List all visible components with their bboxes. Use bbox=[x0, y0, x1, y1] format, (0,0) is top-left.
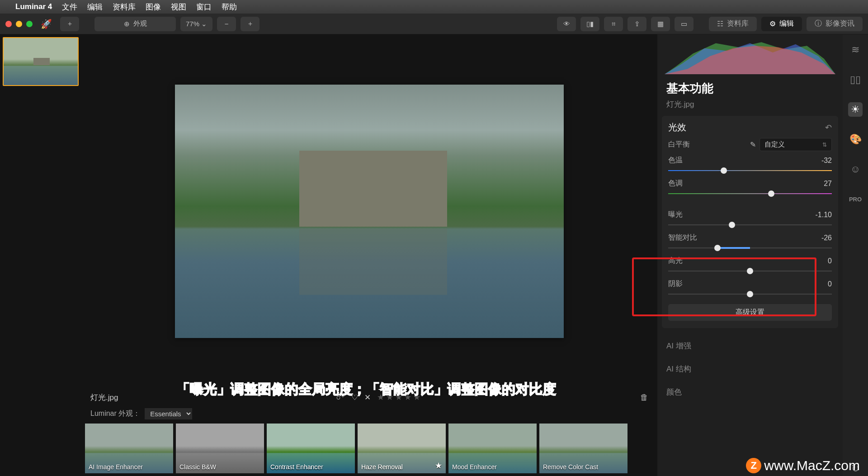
look-preset[interactable]: Contrast Enhancer bbox=[267, 424, 355, 473]
panel-file-name: 灯光.jpg bbox=[657, 98, 843, 116]
shadows-slider[interactable] bbox=[668, 290, 832, 298]
portrait-icon[interactable]: ☺ bbox=[848, 162, 863, 176]
smart-contrast-slider[interactable] bbox=[668, 244, 832, 252]
menu-image[interactable]: 图像 bbox=[146, 2, 161, 12]
zoom-in-button[interactable]: ＋ bbox=[241, 17, 259, 31]
menu-help[interactable]: 帮助 bbox=[222, 2, 237, 12]
main-image[interactable] bbox=[175, 85, 564, 338]
menu-edit[interactable]: 编辑 bbox=[87, 2, 103, 12]
info-icon: ⓘ bbox=[815, 19, 822, 29]
look-preset[interactable]: Haze Removal★ bbox=[358, 424, 446, 473]
menu-file[interactable]: 文件 bbox=[62, 2, 77, 12]
looks-bar: Luminar 外观： Essentials bbox=[81, 406, 657, 421]
tool-list: AI 增强 AI 结构 颜色 bbox=[657, 331, 843, 407]
essentials-icon[interactable]: ☀ bbox=[848, 102, 863, 117]
app-name[interactable]: Luminar 4 bbox=[15, 2, 52, 11]
looks-category-select[interactable]: Essentials bbox=[145, 408, 192, 419]
canvas-icon[interactable]: ▯▯ bbox=[848, 72, 863, 87]
annotation-text: 「曝光」调整图像的全局亮度；「智能对比」调整图像的对比度 bbox=[176, 380, 556, 399]
trash-icon[interactable]: 🗑 bbox=[640, 393, 648, 402]
tool-ai-structure[interactable]: AI 结构 bbox=[666, 357, 834, 381]
look-preset[interactable]: Remove Color Cast bbox=[539, 424, 627, 473]
thumbnail-selected[interactable] bbox=[3, 37, 79, 86]
close-window-icon[interactable] bbox=[5, 21, 12, 27]
export-button[interactable]: ⇪ bbox=[627, 17, 646, 31]
tab-library[interactable]: ☷ 资料库 bbox=[709, 17, 757, 31]
exposure-slider[interactable] bbox=[668, 221, 832, 228]
window-controls bbox=[5, 21, 33, 27]
look-preset[interactable]: Mood Enhancer bbox=[448, 424, 537, 473]
fullscreen-window-icon[interactable] bbox=[26, 21, 33, 27]
grid-view-button[interactable]: ▦ bbox=[651, 17, 670, 31]
tint-slider[interactable] bbox=[668, 190, 832, 197]
watermark: Z www.MacZ.com bbox=[746, 458, 860, 473]
tool-ai-enhance[interactable]: AI 增强 bbox=[666, 334, 834, 357]
light-section: 光效 ↶ 白平衡 ✎ 自定义 色温-32 色调27 曝光-1.10 智能对比-2… bbox=[662, 116, 838, 328]
library-icon: ☷ bbox=[717, 19, 723, 28]
zoom-dropdown[interactable]: 77% ⌄ bbox=[180, 17, 212, 31]
file-name: 灯光.jpg bbox=[90, 392, 118, 403]
menu-view[interactable]: 视图 bbox=[171, 2, 186, 12]
look-preset[interactable]: AI Image Enhancer bbox=[85, 424, 173, 473]
undo-icon[interactable]: ↶ bbox=[825, 123, 832, 133]
filmstrip-sidebar bbox=[0, 34, 81, 476]
canvas: 灯光.jpg ○⁺ ♡ ✕ ★★★★★ 🗑 Luminar 外观： Essent… bbox=[81, 34, 657, 476]
eyedropper-icon[interactable]: ✎ bbox=[750, 140, 756, 149]
wb-label: 白平衡 bbox=[668, 140, 746, 149]
temperature-slider[interactable] bbox=[668, 167, 832, 174]
mac-menubar: Luminar 4 文件 编辑 资料库 图像 视图 窗口 帮助 bbox=[0, 0, 868, 14]
layers-icon[interactable]: ≋ bbox=[848, 43, 863, 57]
add-button[interactable]: ＋ bbox=[60, 17, 79, 31]
tab-info[interactable]: ⓘ 影像资讯 bbox=[807, 17, 863, 31]
rocket-icon[interactable]: 🚀 bbox=[41, 19, 52, 29]
highlights-slider[interactable] bbox=[668, 267, 832, 275]
looks-strip: AI Image EnhancerClassic B&WContrast Enh… bbox=[81, 421, 657, 476]
single-view-button[interactable]: ▭ bbox=[675, 17, 693, 31]
watermark-icon: Z bbox=[746, 458, 761, 473]
look-preset[interactable]: Classic B&W bbox=[176, 424, 264, 473]
zoom-out-button[interactable]: − bbox=[217, 17, 236, 31]
compare-button[interactable]: ▯▮ bbox=[580, 17, 599, 31]
edit-panel: 基本功能 灯光.jpg 光效 ↶ 白平衡 ✎ 自定义 色温-32 色调27 曝光… bbox=[657, 34, 843, 476]
panel-title: 基本功能 bbox=[657, 79, 843, 98]
tool-color[interactable]: 颜色 bbox=[666, 381, 834, 404]
tab-edit[interactable]: ⚙ 编辑 bbox=[761, 17, 802, 31]
preview-toggle-button[interactable]: 👁 bbox=[557, 17, 576, 31]
menu-library[interactable]: 资料库 bbox=[113, 2, 136, 12]
looks-icon: ⊕ bbox=[124, 20, 130, 28]
app-toolbar: 🚀 ＋ ⊕ 外观 77% ⌄ − ＋ 👁 ▯▮ ⌗ ⇪ ▦ ▭ ☷ 资料库 ⚙ … bbox=[0, 14, 868, 34]
pro-icon[interactable]: PRO bbox=[848, 192, 863, 206]
wb-select[interactable]: 自定义 bbox=[760, 138, 832, 151]
sliders-icon: ⚙ bbox=[769, 19, 776, 28]
histogram[interactable] bbox=[665, 38, 835, 74]
advanced-settings-button[interactable]: 高级设置 bbox=[668, 304, 832, 321]
looks-label: Luminar 外观： bbox=[90, 409, 140, 419]
tool-category-bar: ≋ ▯▯ ☀ 🎨 ☺ PRO ↻ bbox=[843, 34, 868, 476]
menu-window[interactable]: 窗口 bbox=[196, 2, 212, 12]
crop-button[interactable]: ⌗ bbox=[604, 17, 623, 31]
section-title: 光效 bbox=[668, 121, 686, 133]
minimize-window-icon[interactable] bbox=[16, 21, 22, 27]
appearance-button[interactable]: ⊕ 外观 bbox=[94, 17, 176, 31]
creative-icon[interactable]: 🎨 bbox=[848, 132, 863, 147]
